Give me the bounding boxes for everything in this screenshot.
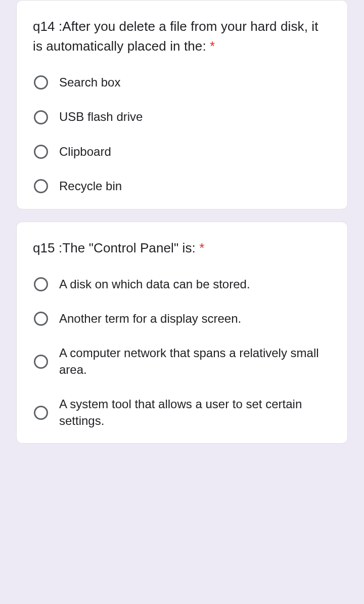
option-label: USB flash drive xyxy=(59,109,143,125)
option-label: A computer network that spans a relative… xyxy=(59,345,331,378)
option-label: Another term for a display screen. xyxy=(59,311,241,327)
radio-icon xyxy=(34,277,48,291)
question-card-q14: q14 :After you delete a file from your h… xyxy=(16,0,348,209)
radio-icon xyxy=(34,406,48,420)
option-label: A system tool that allows a user to set … xyxy=(59,396,331,429)
radio-icon xyxy=(34,110,48,124)
option-label: Search box xyxy=(59,74,120,91)
question-title: q15 :The "Control Panel" is: xyxy=(33,240,199,255)
required-marker: * xyxy=(210,38,215,54)
radio-option[interactable]: A disk on which data can be stored. xyxy=(33,276,331,292)
radio-icon xyxy=(34,75,48,90)
option-label: A disk on which data can be stored. xyxy=(59,276,250,292)
options-group: A disk on which data can be stored. Anot… xyxy=(33,276,331,429)
option-label: Recycle bin xyxy=(59,178,122,194)
option-label: Clipboard xyxy=(59,144,111,160)
question-title: q14 :After you delete a file from your h… xyxy=(33,19,318,54)
question-card-q15: q15 :The "Control Panel" is: * A disk on… xyxy=(16,222,348,444)
radio-option[interactable]: Another term for a display screen. xyxy=(33,311,331,327)
radio-option[interactable]: A computer network that spans a relative… xyxy=(33,345,331,378)
radio-icon xyxy=(34,179,48,193)
question-text: q15 :The "Control Panel" is: * xyxy=(33,238,331,258)
radio-option[interactable]: A system tool that allows a user to set … xyxy=(33,396,331,429)
radio-option[interactable]: Recycle bin xyxy=(33,178,331,194)
radio-option[interactable]: Clipboard xyxy=(33,144,331,160)
radio-option[interactable]: USB flash drive xyxy=(33,109,331,125)
radio-icon xyxy=(34,312,48,326)
question-text: q14 :After you delete a file from your h… xyxy=(33,17,331,56)
radio-icon xyxy=(34,355,48,369)
radio-icon xyxy=(34,145,48,159)
radio-option[interactable]: Search box xyxy=(33,74,331,91)
required-marker: * xyxy=(199,240,204,255)
options-group: Search box USB flash drive Clipboard Rec… xyxy=(33,74,331,195)
